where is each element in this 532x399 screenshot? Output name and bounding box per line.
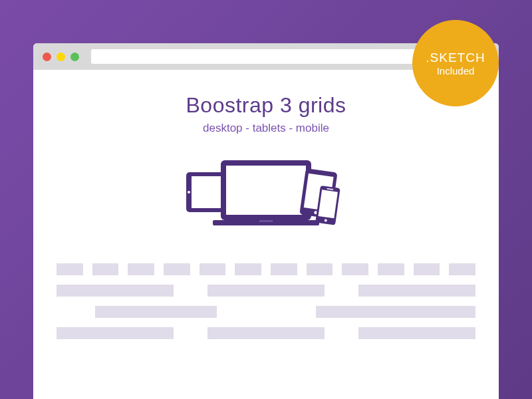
grid-cell <box>200 263 226 275</box>
page-content: Boostrap 3 grids desktop - tablets - mob… <box>33 70 499 339</box>
grid-cell <box>207 327 325 339</box>
grid-cell <box>57 285 174 297</box>
grid-cell <box>414 263 440 275</box>
grid-cell <box>307 263 333 275</box>
grid-cell <box>358 327 475 339</box>
svg-rect-5 <box>226 166 306 215</box>
grid-row <box>57 285 475 297</box>
devices-illustration <box>57 154 475 240</box>
grid-cell <box>271 263 297 275</box>
grid-cell <box>378 263 404 275</box>
grid-cell <box>92 263 119 275</box>
page-subtitle: desktop - tablets - mobile <box>57 122 475 135</box>
traffic-light-zoom-icon[interactable] <box>70 53 79 61</box>
devices-icon <box>166 154 366 240</box>
grid-cell <box>449 263 475 275</box>
traffic-light-minimize-icon[interactable] <box>57 53 65 61</box>
grid-cell <box>164 263 190 275</box>
grid-cell <box>95 306 217 318</box>
grid-row <box>57 306 475 318</box>
grid-cell <box>316 306 475 318</box>
svg-point-2 <box>188 191 190 194</box>
grid-cell <box>207 285 325 297</box>
grid-cell <box>128 263 154 275</box>
grid-cell <box>57 263 83 275</box>
grid-row <box>57 327 475 339</box>
grid-cell <box>342 263 368 275</box>
sketch-included-badge: .SKETCH Included <box>412 20 499 106</box>
page-title: Boostrap 3 grids <box>57 93 475 118</box>
grid-cell <box>57 327 174 339</box>
grid-cell <box>235 263 261 275</box>
grid-demo <box>57 263 475 339</box>
badge-title: .SKETCH <box>426 51 485 65</box>
traffic-light-close-icon[interactable] <box>43 53 51 61</box>
grid-row-12col <box>57 263 475 275</box>
svg-rect-7 <box>259 220 273 222</box>
badge-subtitle: Included <box>437 65 475 76</box>
grid-cell <box>358 285 475 297</box>
